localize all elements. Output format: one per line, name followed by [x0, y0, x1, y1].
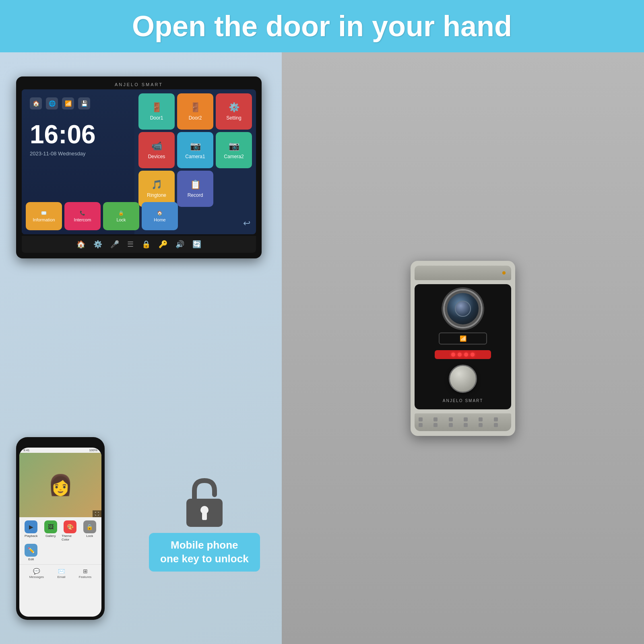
app-door2[interactable]: 🚪 Door2 [177, 93, 213, 130]
grille-h7 [419, 423, 423, 427]
ctrl-settings[interactable]: ⚙️ [93, 240, 102, 249]
person-icon: 👩 [48, 473, 73, 497]
wifi-icon[interactable]: 📶 [62, 97, 74, 109]
outdoor-body: 📶 ANJELO SMART [415, 284, 511, 409]
app-devices[interactable]: 📹 Devices [138, 132, 175, 168]
info-icon: ✉️ [41, 211, 47, 216]
home-app-icon: 🏠 [157, 211, 163, 216]
features-label: Features [79, 575, 92, 579]
app-door1[interactable]: 🚪 Door1 [138, 93, 175, 130]
info-label: Information [33, 217, 55, 222]
app-lock[interactable]: 🔒 Lock [103, 202, 139, 230]
rfid-icon: 📶 [460, 335, 466, 342]
grille-h10 [464, 423, 468, 427]
door1-icon: 🚪 [151, 102, 162, 113]
nav-features[interactable]: ⊞ Features [79, 568, 92, 579]
gallery-label: Gallery [45, 534, 56, 538]
phone-lock-icon: 🔒 [83, 520, 96, 533]
grille-h1 [419, 417, 423, 421]
expand-icon: ⛶ [95, 512, 99, 516]
ringtone-label: Ringtone [147, 192, 166, 198]
grille-h2 [433, 417, 438, 421]
messages-icon: 💬 [33, 568, 40, 574]
monitor-controls: 🏠 ⚙️ 🎤 ☰ 🔒 🔑 🔊 🔄 [22, 236, 256, 253]
app-ringtone[interactable]: 🎵 Ringtone [138, 171, 175, 207]
speaker-grille [419, 417, 507, 427]
screen-top-icons: 🏠 🌐 📶 💾 [30, 97, 126, 109]
ctrl-lock[interactable]: 🔒 [142, 240, 151, 249]
ctrl-home[interactable]: 🏠 [76, 240, 85, 249]
app-information[interactable]: ✉️ Information [26, 202, 62, 230]
save-icon[interactable]: 💾 [78, 97, 90, 109]
app-intercom[interactable]: 📞 Intercom [64, 202, 101, 230]
camera-indicator-dot [502, 271, 506, 275]
phone-app-theme[interactable]: 🎨 Theme Color [62, 520, 79, 541]
back-button[interactable]: ↩ [243, 218, 250, 229]
lock-icon: 🔒 [118, 211, 124, 216]
theme-icon: 🎨 [64, 520, 76, 533]
led-3 [464, 353, 468, 357]
theme-label: Theme Color [62, 534, 79, 541]
lens-inner [455, 301, 471, 317]
phone-app-lock[interactable]: 🔒 Lock [81, 520, 99, 541]
right-panel: 📶 ANJELO SMART [282, 52, 644, 644]
header: Open the door in your hand [0, 0, 644, 52]
rfid-area: 📶 [439, 332, 487, 345]
phone-time: 9:41 [23, 448, 30, 452]
app-camera1[interactable]: 📷 Camera1 [177, 132, 213, 168]
led-4 [471, 353, 475, 357]
app-camera2[interactable]: 📷 Camera2 [216, 132, 252, 168]
phone-lock-label: Lock [86, 534, 93, 538]
nav-messages[interactable]: 💬 Messages [29, 568, 44, 579]
home-icon[interactable]: 🏠 [30, 97, 42, 109]
phone-app-playback[interactable]: ▶ Playback [23, 520, 40, 541]
app-record[interactable]: 📋 Record [177, 171, 213, 207]
grille-h6 [494, 417, 498, 421]
door2-label: Door2 [189, 115, 202, 121]
bottom-app-row: ✉️ Information 📞 Intercom 🔒 Lock 🏠 Home [26, 202, 178, 230]
grille-h12 [494, 423, 498, 427]
ctrl-menu[interactable]: ☰ [127, 240, 134, 249]
devices-icon: 📹 [151, 141, 162, 151]
phone-nav-bar: 💬 Messages ✉️ Email ⊞ Features [19, 564, 101, 582]
setting-label: Setting [226, 115, 241, 121]
playback-icon: ▶ [25, 520, 37, 533]
monitor-device: ANJELO SMART 🏠 🌐 📶 💾 16:06 2023-11-08 We… [16, 76, 262, 258]
clock-time: 16:06 [30, 122, 126, 147]
main-content: ANJELO SMART 🏠 🌐 📶 💾 16:06 2023-11-08 We… [0, 52, 644, 644]
grille-h11 [479, 423, 483, 427]
call-button[interactable] [449, 365, 477, 393]
ctrl-vol[interactable]: 🔊 [175, 240, 184, 249]
phone-app-edit[interactable]: ✏️ Edit [23, 544, 40, 561]
ctrl-refresh[interactable]: 🔄 [192, 240, 201, 249]
camera2-label: Camera2 [224, 154, 244, 159]
intercom-label: Intercom [74, 217, 91, 222]
app-setting[interactable]: ⚙️ Setting [216, 93, 252, 130]
grille-h4 [464, 417, 468, 421]
lock-container: Mobile phone one key to unlock [149, 477, 260, 572]
header-title: Open the door in your hand [132, 10, 512, 43]
app-home[interactable]: 🏠 Home [142, 202, 178, 230]
playback-label: Playback [25, 534, 37, 538]
phone-device: 9:41 100% 👩 ⛶ ▶ Playback [16, 437, 105, 620]
phone-notch [48, 440, 72, 446]
camera1-label: Camera1 [185, 154, 205, 159]
ctrl-key[interactable]: 🔑 [159, 240, 167, 249]
left-panel: ANJELO SMART 🏠 🌐 📶 💾 16:06 2023-11-08 We… [0, 52, 282, 644]
outdoor-brand: ANJELO SMART [443, 398, 483, 403]
edit-label: Edit [28, 557, 34, 561]
camera2-icon: 📷 [229, 141, 239, 151]
app-grid: 🚪 Door1 🚪 Door2 ⚙️ Setting 📹 Devices [138, 93, 252, 207]
top-visor [415, 266, 511, 280]
grille-h9 [449, 423, 453, 427]
ringtone-icon: 🎵 [151, 180, 162, 190]
monitor-screen: 🏠 🌐 📶 💾 16:06 2023-11-08 Wednesday 🚪 Doo… [22, 89, 256, 234]
phone-app-gallery[interactable]: 🖼 Gallery [42, 520, 60, 541]
nav-email[interactable]: ✉️ Email [57, 568, 65, 579]
globe-icon[interactable]: 🌐 [46, 97, 58, 109]
setting-icon: ⚙️ [229, 102, 239, 113]
phone-battery: 100% [89, 448, 97, 452]
ctrl-mic[interactable]: 🎤 [110, 240, 119, 249]
led-strip [435, 350, 491, 359]
features-icon: ⊞ [83, 568, 88, 574]
